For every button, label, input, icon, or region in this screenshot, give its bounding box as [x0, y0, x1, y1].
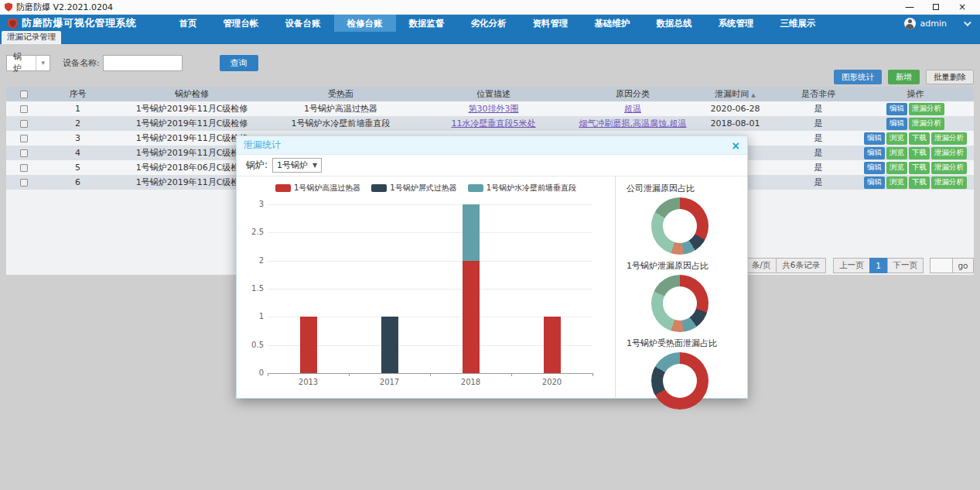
- donut-ring[interactable]: [651, 352, 709, 409]
- y-axis-label: 1: [241, 312, 264, 320]
- boiler-select[interactable]: 1号锅炉 ▼: [272, 158, 322, 173]
- page-go-button[interactable]: go: [952, 258, 974, 273]
- chart-stats-button[interactable]: 图形统计: [834, 70, 882, 84]
- cell-checkbox: [6, 146, 41, 160]
- menu-item-8[interactable]: 基础维护: [582, 15, 644, 32]
- action-button[interactable]: 下载: [909, 162, 930, 174]
- action-button[interactable]: 泄漏分析: [909, 118, 944, 130]
- page-jump-input[interactable]: [930, 258, 953, 273]
- menu-item-4[interactable]: 检修台账: [334, 15, 396, 32]
- minimize-icon[interactable]: —: [896, 0, 923, 15]
- bar-segment[interactable]: [381, 317, 398, 373]
- menu-item-7[interactable]: 资料管理: [520, 15, 582, 32]
- next-page-button[interactable]: 下一页: [887, 258, 924, 273]
- action-button[interactable]: 编辑: [886, 103, 907, 115]
- donut-ring[interactable]: [651, 197, 709, 255]
- link-cause[interactable]: 超温: [624, 104, 641, 114]
- search-button[interactable]: 查询: [220, 55, 258, 71]
- action-button[interactable]: 下载: [909, 132, 930, 145]
- bar-segment[interactable]: [463, 204, 480, 261]
- add-button[interactable]: 新增: [888, 70, 920, 84]
- action-button[interactable]: 编辑: [886, 118, 907, 130]
- cell-location: 11水冷壁垂直段5米处: [412, 116, 575, 131]
- gridline: [268, 204, 592, 205]
- action-button[interactable]: 下载: [909, 176, 930, 189]
- action-button[interactable]: 浏览: [886, 132, 907, 145]
- link-cause[interactable]: 烟气冲刷磨损,高温腐蚀,超温: [579, 118, 687, 128]
- bar-chart-plot: 00.511.522.532013201720182020: [268, 204, 592, 373]
- filter-bar: 锅炉 ▾ 设备名称: 查询: [6, 54, 258, 71]
- legend-item[interactable]: 1号锅炉屏式过热器: [371, 183, 456, 194]
- action-button[interactable]: 浏览: [886, 147, 907, 159]
- menu-item-9[interactable]: 数据总线: [644, 15, 705, 32]
- col-header-cause: 原因分类: [575, 87, 691, 101]
- row-checkbox[interactable]: [20, 179, 28, 187]
- legend-item[interactable]: 1号锅炉水冷壁前墙垂直段: [468, 183, 576, 194]
- chevron-down-icon[interactable]: [964, 19, 971, 26]
- cell-no: 6: [41, 175, 114, 190]
- row-checkbox[interactable]: [20, 135, 28, 142]
- donut-ring[interactable]: [651, 275, 709, 332]
- donut-charts: 公司泄漏原因占比1号锅炉泄漏原因占比1号锅炉受热面泄漏占比: [616, 176, 747, 398]
- row-checkbox[interactable]: [20, 105, 28, 113]
- close-icon[interactable]: ×: [949, 0, 975, 15]
- table-row: 21号锅炉2019年11月C级检修1号锅炉水冷壁前墙垂直段11水冷壁垂直段5米处…: [6, 116, 974, 131]
- y-axis-label: 0: [241, 368, 264, 377]
- action-button[interactable]: 编辑: [864, 176, 885, 189]
- action-button[interactable]: 下载: [909, 147, 930, 159]
- col-header-time[interactable]: 泄漏时间▲: [691, 87, 780, 101]
- legend-item[interactable]: 1号锅炉高温过热器: [275, 183, 360, 194]
- cell-checkbox: [6, 131, 41, 146]
- bar-segment[interactable]: [300, 317, 317, 373]
- legend-swatch-icon: [371, 184, 387, 192]
- action-button[interactable]: 编辑: [864, 147, 885, 159]
- menu-item-3[interactable]: 设备台账: [272, 15, 334, 32]
- menu-item-1[interactable]: 首页: [166, 15, 210, 32]
- menu-item-2[interactable]: 管理台帐: [210, 15, 272, 32]
- donut-hole: [663, 364, 697, 398]
- cell-checkbox: [6, 101, 41, 116]
- select-all-checkbox[interactable]: [20, 91, 28, 98]
- device-name-input[interactable]: [103, 55, 183, 71]
- col-header-no: 序号: [41, 87, 114, 101]
- row-checkbox[interactable]: [20, 164, 28, 172]
- col-header-surface: 受热面: [269, 87, 412, 101]
- menu-item-6[interactable]: 劣化分析: [458, 15, 520, 32]
- action-button[interactable]: 浏览: [886, 176, 907, 189]
- brand-title: 防磨防爆可视化管理系统: [22, 16, 137, 30]
- current-page-button[interactable]: 1: [869, 258, 888, 273]
- maximize-icon[interactable]: [923, 0, 949, 15]
- user-menu[interactable]: admin: [904, 18, 980, 29]
- menu-item-10[interactable]: 系统管理: [705, 15, 767, 32]
- action-button[interactable]: 编辑: [864, 132, 885, 145]
- device-name-label: 设备名称:: [63, 57, 100, 69]
- donut-title: 1号锅炉受热面泄漏占比: [627, 338, 747, 349]
- action-button[interactable]: 泄漏分析: [931, 176, 967, 189]
- modal-close-icon[interactable]: ×: [731, 140, 740, 151]
- action-button[interactable]: 泄漏分析: [931, 132, 967, 145]
- tab-strip: 泄漏记录管理: [0, 32, 980, 44]
- menu-item-5[interactable]: 数据监督: [396, 15, 458, 32]
- action-button[interactable]: 编辑: [864, 162, 885, 174]
- boiler-select-label: 锅炉:: [246, 159, 268, 172]
- device-type-select[interactable]: 锅炉 ▾: [6, 55, 50, 71]
- action-button[interactable]: 泄漏分析: [931, 147, 967, 159]
- link-location[interactable]: 第30排外3圈: [469, 104, 519, 114]
- action-button[interactable]: 泄漏分析: [909, 103, 944, 115]
- bar-segment[interactable]: [544, 317, 561, 373]
- gridline: [268, 261, 592, 262]
- modal-title: 泄漏统计: [244, 139, 281, 152]
- tab-leak-record[interactable]: 泄漏记录管理: [2, 31, 61, 44]
- prev-page-button[interactable]: 上一页: [833, 258, 870, 273]
- link-location[interactable]: 11水冷壁垂直段5米处: [452, 118, 536, 128]
- action-button[interactable]: 泄漏分析: [931, 162, 967, 174]
- action-button[interactable]: 浏览: [886, 162, 907, 174]
- bar-segment[interactable]: [463, 261, 480, 373]
- row-checkbox[interactable]: [20, 120, 28, 128]
- row-checkbox[interactable]: [20, 149, 28, 157]
- y-axis-label: 0.5: [241, 341, 264, 349]
- batch-delete-button[interactable]: 批量删除: [926, 70, 974, 84]
- menu-item-11[interactable]: 三维展示: [767, 15, 829, 32]
- toolbar: 图形统计 新增 批量删除: [834, 70, 974, 84]
- window-titlebar: 防磨防爆 V2.2021.0204 — ×: [0, 0, 980, 15]
